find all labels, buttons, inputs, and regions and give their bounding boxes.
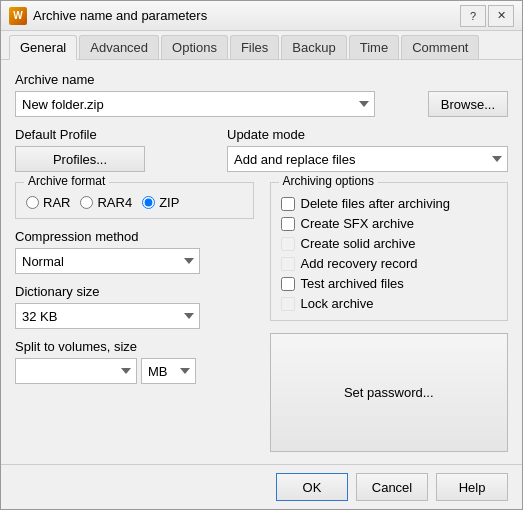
left-column: Archive format RAR RAR4 ZIP: [15, 182, 254, 452]
tab-advanced[interactable]: Advanced: [79, 35, 159, 59]
radio-rar-label: RAR: [43, 195, 70, 210]
checkbox-delete-files: Delete files after archiving: [281, 195, 498, 212]
help-footer-button[interactable]: Help: [436, 473, 508, 501]
radio-rar4-label: RAR4: [97, 195, 132, 210]
update-mode-label: Update mode: [227, 127, 508, 142]
footer: OK Cancel Help: [1, 464, 522, 509]
window-title: Archive name and parameters: [33, 8, 460, 23]
split-volumes-section: Split to volumes, size B KB MB GB: [15, 339, 254, 384]
update-mode-select[interactable]: Add and replace files Update and add fil…: [227, 146, 508, 172]
dictionary-size-label: Dictionary size: [15, 284, 254, 299]
checkbox-create-solid: Create solid archive: [281, 235, 498, 252]
ok-button[interactable]: OK: [276, 473, 348, 501]
tab-files[interactable]: Files: [230, 35, 279, 59]
checkbox-test-archived: Test archived files: [281, 275, 498, 292]
dictionary-size-select[interactable]: 32 KB 64 KB 128 KB 256 KB 512 KB 1 MB: [15, 303, 200, 329]
default-profile-section: Default Profile Profiles...: [15, 127, 215, 172]
browse-button[interactable]: Browse...: [428, 91, 508, 117]
radio-rar: RAR: [26, 195, 70, 210]
tab-time[interactable]: Time: [349, 35, 399, 59]
split-volumes-label: Split to volumes, size: [15, 339, 254, 354]
split-volumes-row: B KB MB GB: [15, 358, 254, 384]
tab-comment[interactable]: Comment: [401, 35, 479, 59]
archive-name-input[interactable]: New folder.zip: [15, 91, 375, 117]
profile-updatemode-row: Default Profile Profiles... Update mode …: [15, 127, 508, 172]
right-column: Archiving options Delete files after arc…: [270, 182, 509, 452]
split-volumes-input[interactable]: [15, 358, 137, 384]
radio-zip: ZIP: [142, 195, 179, 210]
radio-rar4: RAR4: [80, 195, 132, 210]
checkbox-lock-archive-input[interactable]: [281, 297, 295, 311]
close-button[interactable]: ✕: [488, 5, 514, 27]
compression-method-select[interactable]: Store Fastest Fast Normal Good Best: [15, 248, 200, 274]
checkbox-create-solid-input[interactable]: [281, 237, 295, 251]
tab-options[interactable]: Options: [161, 35, 228, 59]
main-window: W Archive name and parameters ? ✕ Genera…: [0, 0, 523, 510]
compression-method-section: Compression method Store Fastest Fast No…: [15, 229, 254, 274]
archive-name-label: Archive name: [15, 72, 420, 87]
checkbox-lock-archive: Lock archive: [281, 295, 498, 312]
checkbox-add-recovery-label: Add recovery record: [301, 256, 418, 271]
default-profile-label: Default Profile: [15, 127, 215, 142]
archiving-options-label: Archiving options: [279, 174, 378, 188]
main-content: Archive name New folder.zip Browse... De…: [1, 60, 522, 464]
checkbox-create-sfx-label: Create SFX archive: [301, 216, 414, 231]
update-mode-section: Update mode Add and replace files Update…: [227, 127, 508, 172]
radio-rar-input[interactable]: [26, 196, 39, 209]
archive-name-field: Archive name New folder.zip: [15, 72, 420, 117]
split-volumes-unit[interactable]: B KB MB GB: [141, 358, 196, 384]
radio-rar4-input[interactable]: [80, 196, 93, 209]
compression-method-label: Compression method: [15, 229, 254, 244]
tab-bar: General Advanced Options Files Backup Ti…: [1, 31, 522, 60]
checkbox-create-solid-label: Create solid archive: [301, 236, 416, 251]
dictionary-size-section: Dictionary size 32 KB 64 KB 128 KB 256 K…: [15, 284, 254, 329]
checkbox-delete-files-label: Delete files after archiving: [301, 196, 451, 211]
checkbox-lock-archive-label: Lock archive: [301, 296, 374, 311]
checkbox-create-sfx-input[interactable]: [281, 217, 295, 231]
archive-format-radios: RAR RAR4 ZIP: [26, 195, 243, 210]
checkbox-add-recovery-input[interactable]: [281, 257, 295, 271]
profiles-button[interactable]: Profiles...: [15, 146, 145, 172]
window-controls: ? ✕: [460, 5, 514, 27]
app-icon: W: [9, 7, 27, 25]
archive-format-group: Archive format RAR RAR4 ZIP: [15, 182, 254, 219]
title-bar: W Archive name and parameters ? ✕: [1, 1, 522, 31]
checkbox-add-recovery: Add recovery record: [281, 255, 498, 272]
archiving-options-group: Archiving options Delete files after arc…: [270, 182, 509, 321]
help-button[interactable]: ?: [460, 5, 486, 27]
tab-backup[interactable]: Backup: [281, 35, 346, 59]
checkbox-delete-files-input[interactable]: [281, 197, 295, 211]
cancel-button[interactable]: Cancel: [356, 473, 428, 501]
archive-name-section: Archive name New folder.zip Browse...: [15, 72, 508, 117]
radio-zip-input[interactable]: [142, 196, 155, 209]
tab-general[interactable]: General: [9, 35, 77, 60]
radio-zip-label: ZIP: [159, 195, 179, 210]
options-section: Archive format RAR RAR4 ZIP: [15, 182, 508, 452]
set-password-button[interactable]: Set password...: [270, 333, 509, 452]
checkbox-create-sfx: Create SFX archive: [281, 215, 498, 232]
archive-format-label: Archive format: [24, 174, 109, 188]
checkbox-test-archived-input[interactable]: [281, 277, 295, 291]
checkbox-test-archived-label: Test archived files: [301, 276, 404, 291]
